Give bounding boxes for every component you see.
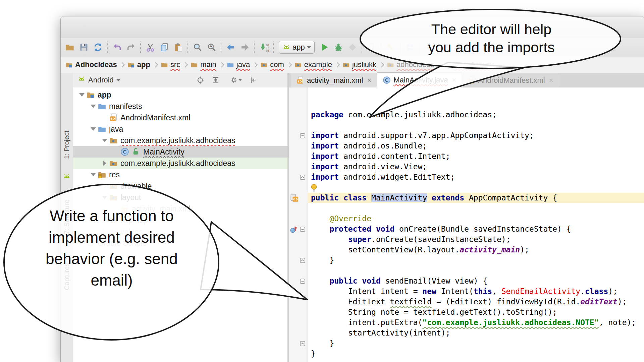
sync-button[interactable] xyxy=(93,43,103,52)
gear-button[interactable] xyxy=(230,76,238,84)
tree-row-drawable[interactable]: drawable xyxy=(73,180,287,192)
tree-row-app[interactable]: app xyxy=(73,89,287,101)
tab-androidmanifest-xml[interactable]: AndroidManifest.xml× xyxy=(462,73,559,87)
foldend-icon[interactable] xyxy=(300,257,306,265)
code-line-9[interactable]: public class MainActivity extends AppCom… xyxy=(308,193,644,203)
folder-blue-icon xyxy=(98,102,106,111)
code-line-16[interactable] xyxy=(308,265,644,276)
code-line-20[interactable]: String note = textfield.getText().toStri… xyxy=(308,307,644,317)
code-line-8[interactable] xyxy=(308,182,644,193)
tree-label: MainActivity xyxy=(143,147,184,157)
breadcrumb-item-mainactivity[interactable]: CMainActivity xyxy=(445,60,494,69)
find-button[interactable] xyxy=(193,43,202,52)
fold-icon[interactable] xyxy=(300,133,306,140)
save-button[interactable] xyxy=(79,43,89,52)
run-configuration-select[interactable]: app xyxy=(279,41,315,54)
tree-row-com-example-jusliukk-adhocideas[interactable]: com.example.jusliukk.adhocideas xyxy=(73,158,287,169)
replace-button[interactable]: A xyxy=(207,43,216,52)
project-view-selector[interactable]: Android xyxy=(73,73,125,87)
ghost-diamond-button[interactable] xyxy=(348,43,357,52)
chevron-right-icon xyxy=(219,62,224,67)
close-icon[interactable]: × xyxy=(452,76,457,84)
tree-row-manifests[interactable]: manifests xyxy=(73,101,287,112)
chevron-down-icon[interactable] xyxy=(100,139,109,142)
foldend-icon[interactable] xyxy=(300,174,306,182)
code-line-23[interactable]: } xyxy=(308,338,644,349)
layoutfile-icon[interactable] xyxy=(290,194,299,204)
code-line-2[interactable] xyxy=(308,120,644,130)
undo-button[interactable] xyxy=(112,43,122,52)
breadcrumb-item-main[interactable]: main xyxy=(191,60,216,69)
code-line-12[interactable]: protected void onCreate(Bundle savedInst… xyxy=(308,224,644,234)
chevron-down-icon[interactable] xyxy=(89,173,98,176)
copy-button[interactable] xyxy=(160,43,169,52)
tree-row-layout[interactable]: layout xyxy=(73,192,287,203)
chevron-right-icon[interactable] xyxy=(100,161,109,166)
chevron-down-icon[interactable] xyxy=(100,196,109,199)
chevron-down-icon[interactable] xyxy=(89,127,98,131)
target-button[interactable] xyxy=(196,76,204,84)
code-line-22[interactable]: startActivity(intent); xyxy=(308,328,644,338)
breadcrumb-item-example[interactable]: example xyxy=(294,60,332,69)
code-line-5[interactable]: import android.content.Intent; xyxy=(308,151,644,162)
split-button[interactable] xyxy=(212,76,220,84)
tab-mainactivity-java[interactable]: CMainActivity.java× xyxy=(377,72,462,87)
back-button[interactable] xyxy=(226,43,235,52)
hide-button[interactable] xyxy=(249,76,257,84)
run-button[interactable] xyxy=(320,43,329,52)
fold-icon[interactable] xyxy=(300,278,306,286)
code-line-19[interactable]: EditText textfield = (EditText) findView… xyxy=(308,297,644,307)
breadcrumb-item-adhocideas[interactable]: adhocideas xyxy=(387,60,434,69)
android-icon[interactable] xyxy=(63,173,71,181)
breadcrumb-item-com[interactable]: com xyxy=(260,60,284,69)
debug-button[interactable] xyxy=(334,43,343,52)
code-line-6[interactable]: import android.view.View; xyxy=(308,162,644,172)
code-line-14[interactable]: setContentView(R.layout.activity_main); xyxy=(308,245,644,255)
code-line-4[interactable]: import android.os.Bundle; xyxy=(308,141,644,151)
breadcrumb-item-app[interactable]: app xyxy=(127,60,150,69)
chevron-down-icon[interactable] xyxy=(77,93,86,97)
tree-row-mainactivity[interactable]: CMainActivity xyxy=(73,146,287,158)
tree-row-com-example-jusliukk-adhocideas[interactable]: com.example.jusliukk.adhocideas xyxy=(73,135,287,146)
breadcrumb-item-jusliukk[interactable]: jusliukk xyxy=(342,60,376,69)
breadcrumb-item-java[interactable]: java xyxy=(227,60,250,69)
ghost-phone-button[interactable] xyxy=(367,43,376,52)
code-line-17[interactable]: public void sendEmail(View view) { xyxy=(308,276,644,286)
code-editor[interactable]: package com.example.jusliukk.adhocideas;… xyxy=(289,87,644,362)
code-line-21[interactable]: intent.putExtra("com.example.jusliukk.ad… xyxy=(308,317,644,328)
code-line-18[interactable]: Intent intent = new Intent(this, SendEma… xyxy=(308,286,644,297)
code-token: android.content.Intent; xyxy=(339,152,450,161)
code-line-7[interactable]: import android.widget.EditText; xyxy=(308,172,644,182)
cut-button[interactable] xyxy=(146,43,155,52)
code-token: class xyxy=(585,287,608,296)
code-line-10[interactable] xyxy=(308,203,644,214)
code-line-11[interactable]: @Override xyxy=(308,214,644,224)
code-line-1[interactable]: package com.example.jusliukk.adhocideas; xyxy=(308,110,644,120)
tab-activity-main-xml[interactable]: activity_main.xml× xyxy=(291,73,377,87)
paste-button[interactable] xyxy=(174,43,183,52)
tree-row-res[interactable]: res xyxy=(73,169,287,180)
update-button[interactable]: 011001 xyxy=(259,43,269,52)
code-line-13[interactable]: super.onCreate(savedInstanceState); xyxy=(308,234,644,245)
fold-icon[interactable] xyxy=(300,226,306,234)
tree-row-androidmanifest-xml[interactable]: AndroidManifest.xml xyxy=(73,112,287,123)
close-icon[interactable]: × xyxy=(367,76,371,85)
code-token xyxy=(371,225,376,233)
code-token: . xyxy=(580,287,585,296)
code-line-3[interactable]: import android.support.v7.app.AppCompatA… xyxy=(308,130,644,141)
foldend-icon[interactable] xyxy=(300,341,306,348)
forward-button[interactable] xyxy=(240,43,250,52)
code-token xyxy=(427,193,432,202)
tool-strip-tab-project[interactable]: 1: Project xyxy=(63,131,71,159)
chevron-down-icon[interactable] xyxy=(89,105,98,108)
code-line-24[interactable]: } xyxy=(308,349,644,359)
breadcrumb-label: example xyxy=(304,60,332,69)
close-icon[interactable]: × xyxy=(549,76,553,85)
code-line-15[interactable]: } xyxy=(308,255,644,265)
override-icon[interactable] xyxy=(289,225,298,235)
breadcrumb-item-adhocideas[interactable]: AdhocIdeas xyxy=(65,60,117,69)
redo-button[interactable] xyxy=(126,43,136,52)
tree-row-java[interactable]: java xyxy=(73,123,287,135)
breadcrumb-item-src[interactable]: src xyxy=(161,60,180,69)
open-button[interactable] xyxy=(65,43,74,52)
